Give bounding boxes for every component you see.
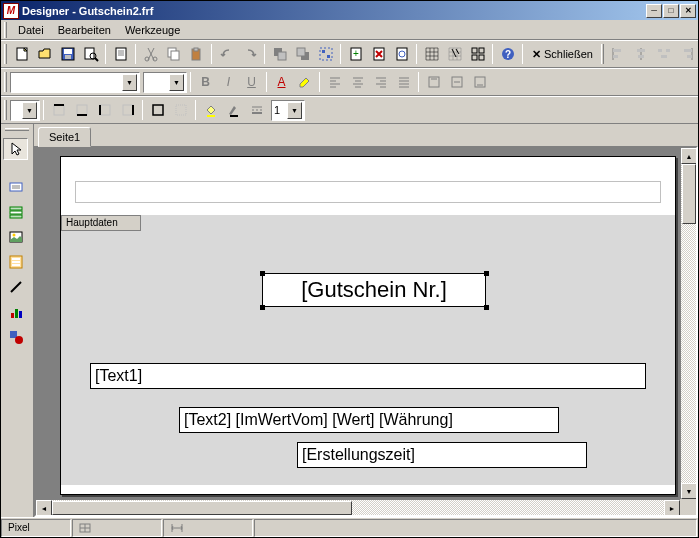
insert-shape-tool[interactable] <box>3 326 28 348</box>
close-designer-button[interactable]: ✕ Schließen <box>526 43 599 65</box>
tab-page1[interactable]: Seite1 <box>38 127 91 147</box>
scroll-up-button[interactable]: ▲ <box>681 148 697 164</box>
frame-style-button[interactable] <box>245 99 268 121</box>
field-text1[interactable]: [Text1] <box>90 363 646 389</box>
report-page[interactable]: Hauptdaten [Gutschein Nr.] [Text1] [Text… <box>60 156 676 495</box>
svg-rect-81 <box>54 105 64 115</box>
draw-line-tool[interactable] <box>3 276 28 298</box>
frame-all-button[interactable] <box>146 99 169 121</box>
svg-rect-13 <box>168 48 176 57</box>
align-center-h-button[interactable] <box>630 43 653 65</box>
new-button[interactable] <box>10 43 33 65</box>
menubar-grip[interactable] <box>4 22 7 38</box>
cut-button[interactable] <box>139 43 162 65</box>
field-erstellungszeit[interactable]: [Erstellungszeit] <box>297 442 587 468</box>
align-justify-button[interactable] <box>392 71 415 93</box>
minimize-button[interactable]: ─ <box>646 4 662 18</box>
valign-top-button[interactable] <box>422 71 445 93</box>
status-message <box>254 519 697 537</box>
select-all-button[interactable] <box>314 43 337 65</box>
frame-left-button[interactable] <box>93 99 116 121</box>
heading-combo[interactable]: ▼ <box>10 100 40 121</box>
selection-handle[interactable] <box>484 271 489 276</box>
scroll-right-button[interactable]: ► <box>664 500 680 516</box>
align-left-button[interactable] <box>323 71 346 93</box>
frame-color-button[interactable] <box>222 99 245 121</box>
selection-handle[interactable] <box>484 305 489 310</box>
save-button[interactable] <box>56 43 79 65</box>
selection-handle[interactable] <box>260 305 265 310</box>
align-between-h-button[interactable] <box>653 43 676 65</box>
bold-button[interactable]: B <box>194 71 217 93</box>
open-button[interactable] <box>33 43 56 65</box>
fill-color-button[interactable] <box>199 99 222 121</box>
toolbar-grip[interactable] <box>4 44 7 64</box>
toolbar-grip-2[interactable] <box>601 44 604 64</box>
svg-rect-42 <box>666 49 670 52</box>
toolbar-grip-4[interactable] <box>4 100 7 120</box>
picture-tool[interactable] <box>3 226 28 248</box>
send-back-button[interactable] <box>291 43 314 65</box>
italic-button[interactable]: I <box>217 71 240 93</box>
status-pos <box>72 519 162 537</box>
frame-right-button[interactable] <box>116 99 139 121</box>
font-color-button[interactable]: A <box>270 71 293 93</box>
page-options-button[interactable] <box>390 43 413 65</box>
copy-button[interactable] <box>162 43 185 65</box>
menu-file[interactable]: Datei <box>11 22 51 38</box>
toolbar-grip-3[interactable] <box>4 72 7 92</box>
insert-chart-tool[interactable] <box>3 301 28 323</box>
scroll-down-button[interactable]: ▼ <box>681 483 697 499</box>
font-size-combo[interactable]: ▼ <box>143 72 187 93</box>
highlight-button[interactable] <box>293 71 316 93</box>
new-page-button[interactable]: + <box>344 43 367 65</box>
menu-edit[interactable]: Bearbeiten <box>51 22 118 38</box>
align-right-button[interactable] <box>369 71 392 93</box>
svg-rect-45 <box>684 49 692 52</box>
svg-rect-100 <box>10 211 22 214</box>
band-tool[interactable] <box>3 201 28 223</box>
scroll-left-button[interactable]: ◄ <box>36 500 52 516</box>
close-button[interactable]: ✕ <box>680 4 696 18</box>
frame-none-button[interactable] <box>169 99 192 121</box>
font-name-combo[interactable]: ▼ <box>10 72 140 93</box>
hauptdaten-band-label[interactable]: Hauptdaten <box>61 215 141 231</box>
frame-top-button[interactable] <box>47 99 70 121</box>
redo-button[interactable] <box>238 43 261 65</box>
design-canvas[interactable]: Hauptdaten [Gutschein Nr.] [Text1] [Text… <box>34 146 698 517</box>
preview-button[interactable] <box>79 43 102 65</box>
undo-button[interactable] <box>215 43 238 65</box>
frame-width-combo[interactable]: 1▼ <box>271 100 305 121</box>
page-setup-button[interactable] <box>109 43 132 65</box>
selection-handle[interactable] <box>260 271 265 276</box>
snap-grid-button[interactable] <box>443 43 466 65</box>
menu-tools[interactable]: Werkzeuge <box>118 22 187 38</box>
align-right-edge-button[interactable] <box>676 43 699 65</box>
rect-tool[interactable] <box>3 176 28 198</box>
fit-grid-button[interactable] <box>466 43 489 65</box>
valign-bottom-button[interactable] <box>468 71 491 93</box>
help-button[interactable]: ? <box>496 43 519 65</box>
vertical-scrollbar[interactable]: ▲ ▼ <box>680 148 696 499</box>
underline-button[interactable]: U <box>240 71 263 93</box>
paste-button[interactable] <box>185 43 208 65</box>
frame-bottom-button[interactable] <box>70 99 93 121</box>
pointer-tool[interactable] <box>3 138 28 160</box>
subreport-tool[interactable] <box>3 251 28 273</box>
field-line2[interactable]: [Text2] [ImWertVom] [Wert] [Währung] <box>179 407 559 433</box>
bring-front-button[interactable] <box>268 43 291 65</box>
hscroll-thumb[interactable] <box>52 501 352 515</box>
header-band[interactable] <box>75 181 661 203</box>
field-gutschein-nr[interactable]: [Gutschein Nr.] <box>262 273 486 307</box>
svg-rect-37 <box>613 55 618 58</box>
grid-button[interactable] <box>420 43 443 65</box>
maximize-button[interactable]: □ <box>663 4 679 18</box>
horizontal-scrollbar[interactable]: ◄ ► <box>36 499 680 515</box>
align-center-button[interactable] <box>346 71 369 93</box>
vscroll-thumb[interactable] <box>682 164 696 224</box>
delete-page-button[interactable] <box>367 43 390 65</box>
palette-grip[interactable] <box>5 128 29 131</box>
valign-middle-button[interactable] <box>445 71 468 93</box>
align-left-edge-button[interactable] <box>607 43 630 65</box>
svg-rect-110 <box>15 309 18 318</box>
